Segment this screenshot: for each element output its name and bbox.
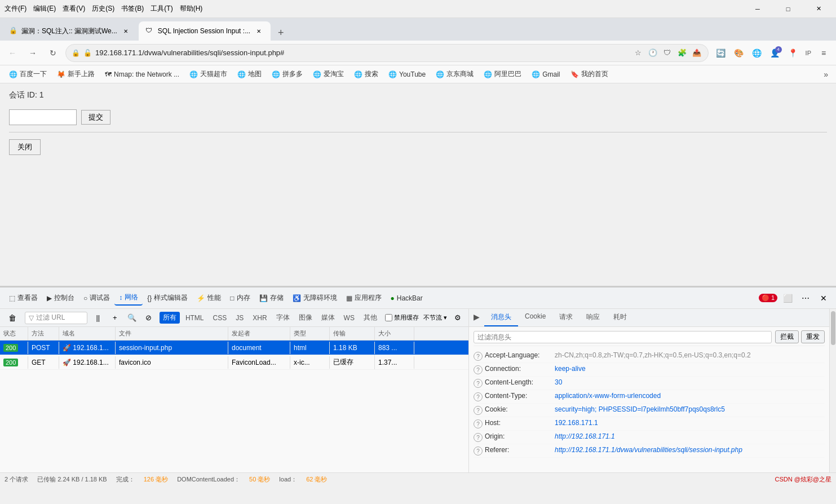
add-filter-btn[interactable]: + <box>109 312 121 324</box>
header-help-icon-7[interactable]: ? <box>474 446 483 456</box>
devtools-perf-btn[interactable]: ⚡ 性能 <box>192 291 225 305</box>
ip-badge[interactable]: IP <box>803 48 813 58</box>
address-bar[interactable]: 🔒 🔓 192.168.171.1/dvwa/vulnerabilities/s… <box>65 44 709 62</box>
devtools-application-btn[interactable]: ▦ 应用程序 <box>342 291 386 305</box>
menu-history[interactable]: 历史(S) <box>92 4 114 14</box>
devtools-inspect-btn[interactable]: ⬚ 查看器 <box>5 291 42 305</box>
devtools-close-btn[interactable]: ✕ <box>816 290 831 306</box>
filter-html-btn[interactable]: HTML <box>182 313 207 323</box>
devtools-debugger-btn[interactable]: ○ 调试器 <box>79 291 114 305</box>
header-help-icon-5[interactable]: ? <box>474 419 483 428</box>
disable-cache-checkbox[interactable] <box>385 314 392 321</box>
devtools-storage-btn[interactable]: 💾 存储 <box>255 291 288 305</box>
maximize-button[interactable]: □ <box>775 0 801 18</box>
bookmark-star-icon[interactable]: ☆ <box>632 47 644 59</box>
header-help-icon-2[interactable]: ? <box>474 379 483 388</box>
globe-icon[interactable]: 🌐 <box>749 45 765 61</box>
disable-cache-label[interactable]: 禁用缓存 <box>385 313 419 322</box>
menu-tools[interactable]: 工具(T) <box>151 4 172 14</box>
reload-button[interactable]: ↻ <box>45 45 61 61</box>
share-icon[interactable]: 📤 <box>691 47 702 59</box>
history-icon[interactable]: 🕐 <box>647 47 658 59</box>
filter-media-btn[interactable]: 媒体 <box>318 312 338 324</box>
menu-bookmarks[interactable]: 书签(B) <box>121 4 144 14</box>
bookmark-jd[interactable]: 🌐 京东商城 <box>431 68 478 81</box>
bookmark-gmail[interactable]: 🌐 Gmail <box>527 69 564 80</box>
devtools-style-btn[interactable]: {} 样式编辑器 <box>143 291 192 305</box>
header-help-icon-6[interactable]: ? <box>474 433 483 442</box>
devtools-memory-btn[interactable]: □ 内存 <box>225 291 254 305</box>
bookmark-tianmao[interactable]: 🌐 天猫超市 <box>185 68 232 81</box>
header-help-icon-3[interactable]: ? <box>474 392 483 401</box>
bookmark-mypage[interactable]: 🔖 我的首页 <box>566 68 613 81</box>
details-tab-cookie[interactable]: Cookie <box>518 309 552 326</box>
bookmark-baidu[interactable]: 🌐 百度一下 <box>5 68 51 81</box>
back-button[interactable]: ← <box>5 45 20 61</box>
close-button[interactable]: ✕ <box>806 0 831 18</box>
url-filter-input[interactable]: ▽ 过滤 URL <box>25 312 87 324</box>
menu-view[interactable]: 查看(V) <box>63 4 85 14</box>
bookmark-nmap[interactable]: 🗺 Nmap: the Network ... <box>100 69 184 80</box>
menu-edit[interactable]: 编辑(E) <box>33 4 56 14</box>
filter-xhr-btn[interactable]: XHR <box>249 313 270 323</box>
devtools-responsive-btn[interactable]: ⬜ <box>780 290 795 306</box>
filter-other-btn[interactable]: 其他 <box>360 312 381 324</box>
details-tab-video[interactable]: ▶ <box>469 309 484 326</box>
extension-icon[interactable]: 🧩 <box>676 47 688 59</box>
network-settings-btn[interactable]: ⚙ <box>452 312 464 324</box>
devtools-console-btn[interactable]: ▶ 控制台 <box>42 291 79 305</box>
bookmark-search[interactable]: 🌐 搜索 <box>350 68 383 81</box>
session-input-field[interactable] <box>9 109 77 125</box>
devtools-accessibility-btn[interactable]: ♿ 无障碍环境 <box>288 291 342 305</box>
details-scrollbar[interactable] <box>829 309 836 472</box>
network-row-0[interactable]: 200 POST 🚀 192.168.1... session-input.ph… <box>0 341 468 355</box>
forward-button[interactable]: → <box>25 45 41 61</box>
bookmark-alibaba[interactable]: 🌐 阿里巴巴 <box>479 68 526 81</box>
header-help-icon-0[interactable]: ? <box>474 352 483 361</box>
filter-js-btn[interactable]: JS <box>232 313 247 323</box>
filter-css-btn[interactable]: CSS <box>210 313 231 323</box>
details-tab-timing[interactable]: 耗时 <box>607 309 634 326</box>
throttle-select[interactable]: 不节流 ▾ <box>423 313 447 322</box>
clear-network-btn[interactable]: 🗑 <box>5 310 20 326</box>
sync-icon[interactable]: 🔄 <box>713 45 729 61</box>
intercept-button[interactable]: 拦截 <box>775 330 799 343</box>
filter-ws-btn[interactable]: WS <box>340 313 358 323</box>
close-button[interactable]: 关闭 <box>9 139 41 155</box>
details-tab-headers[interactable]: 消息头 <box>484 309 518 326</box>
devtools-network-btn[interactable]: ↕ 网络 <box>114 290 143 306</box>
menu-icon[interactable]: ≡ <box>816 45 831 61</box>
devtools-more-btn[interactable]: ⋯ <box>798 290 813 306</box>
minimize-button[interactable]: ─ <box>745 0 771 18</box>
menu-file[interactable]: 文件(F) <box>5 4 26 14</box>
tab-0[interactable]: 🔒 漏洞：SQL注入:: 漏洞测试We... ✕ <box>2 21 138 41</box>
menu-help[interactable]: 帮助(H) <box>180 4 203 14</box>
pause-btn[interactable]: || <box>92 312 104 324</box>
bookmark-youtube[interactable]: 🌐 YouTube <box>384 69 430 80</box>
tab-1[interactable]: 🛡 SQL Injection Session Input :... ✕ <box>139 21 271 41</box>
submit-button[interactable]: 提交 <box>81 110 110 125</box>
bookmark-aitaobao[interactable]: 🌐 爱淘宝 <box>308 68 348 81</box>
tab-close-0[interactable]: ✕ <box>121 26 131 36</box>
shield-icon[interactable]: 🛡 <box>662 47 673 59</box>
bookmark-xinshoulv[interactable]: 🦊 新手上路 <box>52 68 99 81</box>
bookmark-ditu[interactable]: 🌐 地图 <box>233 68 266 81</box>
filter-all-btn[interactable]: 所有 <box>160 312 180 324</box>
block-btn[interactable]: ⊘ <box>143 312 155 324</box>
bookmark-pinduoduo[interactable]: 🌐 拼多多 <box>267 68 307 81</box>
details-tab-response[interactable]: 响应 <box>580 309 607 326</box>
tab-close-1[interactable]: ✕ <box>254 26 264 36</box>
new-tab-button[interactable]: + <box>272 25 290 41</box>
profile-icon[interactable]: 👤 4 <box>767 45 783 61</box>
header-help-icon-1[interactable]: ? <box>474 365 483 374</box>
bookmarks-more-button[interactable]: » <box>820 68 831 81</box>
filter-image-btn[interactable]: 图像 <box>295 312 316 324</box>
theme-icon[interactable]: 🎨 <box>731 45 747 61</box>
search-btn[interactable]: 🔍 <box>126 312 138 324</box>
devtools-hackbar-btn[interactable]: ● HackBar <box>386 292 427 304</box>
resend-button[interactable]: 重发 <box>801 330 825 343</box>
network-row-1[interactable]: 200 GET 🚀 192.168.1... favicon.ico Favic… <box>0 355 468 370</box>
filter-font-btn[interactable]: 字体 <box>273 312 293 324</box>
headers-filter-input[interactable] <box>474 331 772 343</box>
details-tab-request[interactable]: 请求 <box>552 309 580 326</box>
